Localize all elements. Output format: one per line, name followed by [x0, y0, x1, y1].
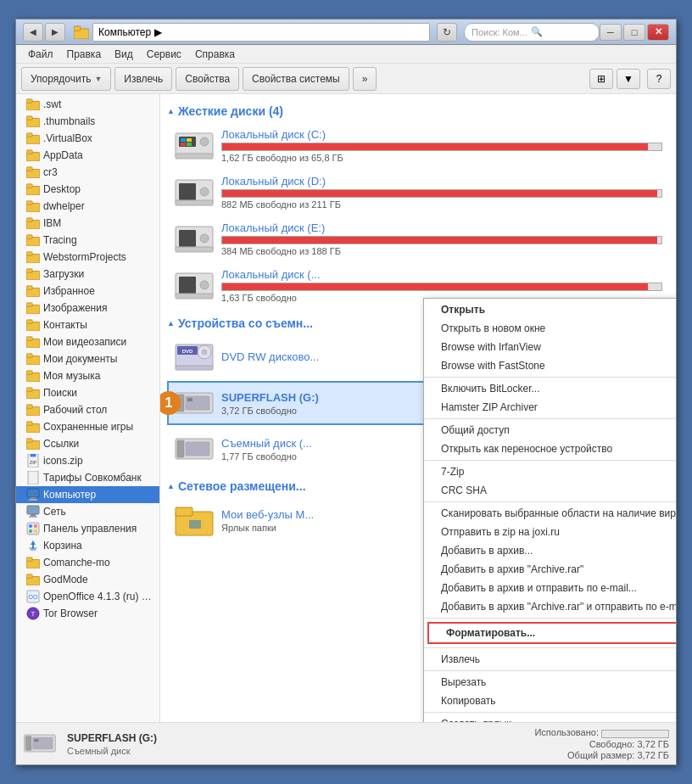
- ctx-add-email[interactable]: Добавить в архив и отправить по e-mail..…: [424, 579, 676, 597]
- ctx-sep-2: [424, 418, 676, 419]
- more-button[interactable]: »: [353, 67, 377, 91]
- menu-service[interactable]: Сервис: [140, 47, 188, 62]
- sidebar-item-comanche[interactable]: Comanche-mo: [16, 554, 159, 571]
- sidebar-item-godmode[interactable]: GodMode: [16, 571, 159, 588]
- sidebar-item-tariffs[interactable]: Тарифы Совкомбанк: [16, 469, 159, 486]
- sidebar-item-links[interactable]: Ссылки: [16, 435, 159, 452]
- extract-button[interactable]: Извлечь: [114, 67, 172, 91]
- dvd-link[interactable]: DVD RW дисково...: [221, 350, 319, 363]
- menu-help[interactable]: Справка: [188, 47, 242, 62]
- sidebar-item-recycle[interactable]: Корзина: [16, 537, 159, 554]
- ctx-crcsha[interactable]: CRC SHA ▶: [424, 481, 676, 500]
- ctx-open[interactable]: Открыть: [424, 300, 676, 319]
- ctx-browse-fast[interactable]: Browse with FastStone: [424, 356, 676, 375]
- disk-d-item[interactable]: Локальный диск (D:) 882 МБ свободно из 2…: [167, 170, 669, 215]
- superflash-link[interactable]: SUPERFLASH (G:): [221, 391, 319, 404]
- sidebar-item-tracing[interactable]: Tracing: [16, 232, 159, 249]
- folder-icon: [26, 268, 40, 280]
- sidebar-item-virtualbox[interactable]: .VirtualBox: [16, 130, 159, 147]
- search-bar[interactable]: Поиск: Ком... 🔍: [464, 23, 600, 42]
- sidebar-item-images[interactable]: Изображения: [16, 300, 159, 316]
- sidebar-item-downloads[interactable]: Загрузки: [16, 266, 159, 283]
- disk-f-link[interactable]: Локальный диск (...: [221, 268, 321, 281]
- disk-d-size: 882 МБ свободно из 211 ГБ: [221, 199, 662, 210]
- disk-e-item[interactable]: Локальный диск (E:) 384 МБ свободно из 1…: [167, 216, 669, 261]
- maximize-button[interactable]: □: [623, 24, 645, 41]
- ctx-add-rar[interactable]: Добавить в архив "Archive.rar": [424, 560, 676, 579]
- view-list-button[interactable]: ▼: [617, 69, 640, 89]
- folder-icon: [26, 353, 40, 365]
- sidebar-item-appdata[interactable]: AppData: [16, 147, 159, 164]
- address-arrow: ▶: [154, 26, 162, 38]
- forward-button[interactable]: ▶: [45, 23, 65, 42]
- sidebar-item-ibm[interactable]: IBM: [16, 215, 159, 232]
- removable-h-link[interactable]: Съемный диск (...: [221, 437, 312, 450]
- sidebar-item-cr3[interactable]: cr3: [16, 164, 159, 181]
- menu-edit[interactable]: Правка: [60, 47, 109, 62]
- sidebar-item-network[interactable]: Сеть: [16, 503, 159, 520]
- ctx-eject[interactable]: Извлечь: [424, 650, 676, 669]
- sidebar-item-swt[interactable]: .swt: [16, 96, 159, 113]
- sidebar-item-computer[interactable]: Компьютер: [16, 486, 159, 503]
- ctx-cut[interactable]: Вырезать: [424, 673, 676, 692]
- ctx-format[interactable]: Форматировать...: [427, 622, 676, 644]
- close-button[interactable]: ✕: [647, 24, 669, 41]
- ctx-copy[interactable]: Копировать: [424, 692, 676, 710]
- ctx-add-rar-email[interactable]: Добавить в архив "Archive.rar" и отправи…: [424, 597, 676, 616]
- sidebar-item-desktop[interactable]: Desktop: [16, 181, 159, 198]
- sidebar-item-iconszip[interactable]: ZIP icons.zip: [16, 452, 159, 469]
- menu-view[interactable]: Вид: [108, 47, 140, 62]
- svg-rect-50: [29, 499, 37, 501]
- sidebar-item-dwhelper[interactable]: dwhelper: [16, 198, 159, 215]
- sidebar-item-workdesk[interactable]: Рабочий стол: [16, 401, 159, 418]
- sidebar-item-torbrowser[interactable]: T Tor Browser: [16, 605, 159, 622]
- sidebar-item-openoffice[interactable]: OO OpenOffice 4.1.3 (ru) In...: [16, 588, 159, 605]
- ctx-open-new[interactable]: Открыть в новом окне: [424, 319, 676, 338]
- back-button[interactable]: ◀: [23, 23, 43, 42]
- ctx-shortcut[interactable]: Создать ярлык: [424, 714, 676, 722]
- disk-d-info: Локальный диск (D:) 882 МБ свободно из 2…: [221, 175, 662, 210]
- menu-file[interactable]: Файл: [21, 47, 60, 62]
- ctx-browse-irfan[interactable]: Browse with IrfanView: [424, 338, 676, 356]
- view-toggle-button[interactable]: ⊞: [589, 69, 613, 89]
- disk-e-link[interactable]: Локальный диск (E:): [221, 221, 325, 234]
- ctx-share[interactable]: Общий доступ ▶: [424, 421, 676, 440]
- sidebar-item-savedgames[interactable]: Сохраненные игры: [16, 418, 159, 435]
- ctx-7zip[interactable]: 7-Zip ▶: [424, 462, 676, 481]
- refresh-button[interactable]: ↻: [437, 23, 457, 42]
- address-bar[interactable]: Компьютер ▶: [92, 23, 430, 42]
- ctx-add-archive[interactable]: Добавить в архив...: [424, 541, 676, 560]
- sidebar-item-control-panel[interactable]: Панель управления: [16, 520, 159, 537]
- sidebar-item-videos[interactable]: Мои видеозаписи: [16, 333, 159, 350]
- minimize-button[interactable]: ─: [600, 24, 622, 41]
- disk-d-link[interactable]: Локальный диск (D:): [221, 175, 326, 188]
- organize-button[interactable]: Упорядочить ▼: [21, 67, 111, 91]
- sidebar-item-mydocs[interactable]: Мои документы: [16, 350, 159, 367]
- sidebar-item-thumbnails[interactable]: .thumbnails: [16, 113, 159, 130]
- network-link[interactable]: Мои веб-узлы M...: [221, 508, 314, 521]
- ctx-joxi[interactable]: Отправить в zip на joxi.ru: [424, 523, 676, 541]
- properties-button[interactable]: Свойства: [176, 67, 239, 91]
- dvd-icon: DVD: [174, 340, 215, 374]
- svg-rect-9: [26, 150, 32, 154]
- disk-c-item[interactable]: Локальный диск (C:) 1,62 ГБ свободно из …: [167, 123, 669, 168]
- disk-c-link[interactable]: Локальный диск (C:): [221, 128, 326, 141]
- folder-icon: [26, 98, 40, 110]
- nav-buttons: ◀ ▶: [23, 23, 65, 42]
- sidebar-item-music[interactable]: Моя музыка: [16, 367, 159, 384]
- ctx-bitlocker[interactable]: Включить BitLocker...: [424, 379, 676, 398]
- svg-rect-3: [26, 99, 32, 103]
- ctx-portable[interactable]: Открыть как переносное устройство: [424, 440, 676, 458]
- svg-point-57: [29, 529, 32, 533]
- help-button[interactable]: ?: [647, 69, 671, 89]
- sidebar-item-webstorm[interactable]: WebstormProjects: [16, 249, 159, 266]
- ctx-hamster[interactable]: Hamster ZIP Archiver ▶: [424, 398, 676, 417]
- sidebar-item-contacts[interactable]: Контакты: [16, 316, 159, 333]
- sidebar-item-searches[interactable]: Поиски: [16, 384, 159, 401]
- app-icon: OO: [26, 590, 40, 603]
- sidebar-item-favorites[interactable]: Избранное: [16, 283, 159, 300]
- toolbar: Упорядочить ▼ Извлечь Свойства Свойства …: [16, 64, 676, 94]
- folder-icon: [26, 336, 40, 348]
- ctx-scan[interactable]: Сканировать выбранные области на наличие…: [424, 504, 676, 523]
- system-properties-button[interactable]: Свойства системы: [243, 67, 349, 91]
